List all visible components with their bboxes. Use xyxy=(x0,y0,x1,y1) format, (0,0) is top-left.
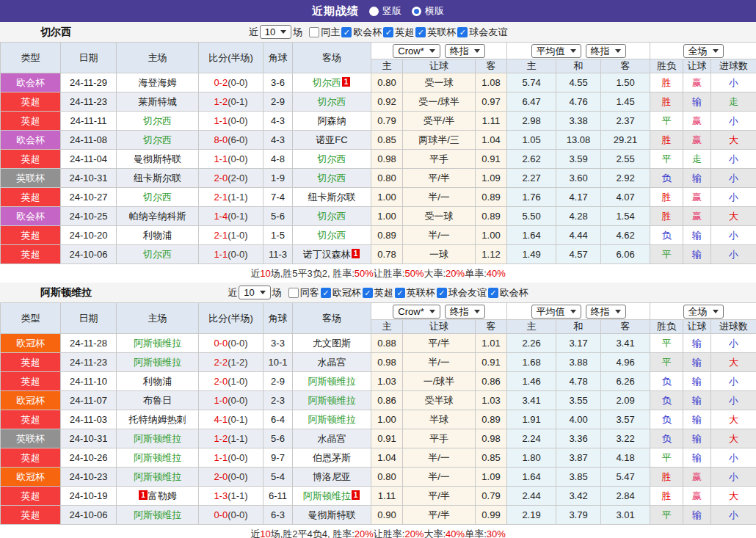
league-checkbox[interactable]: ✓ xyxy=(415,27,426,37)
league-type-badge: 英联杯 xyxy=(1,169,61,188)
topbar: 近期战绩 竖版 横版 xyxy=(0,0,756,22)
avg-home: 1.64 xyxy=(507,226,556,245)
final-odds-select[interactable]: 终指 xyxy=(445,44,485,58)
league-checkbox[interactable]: ✓ xyxy=(321,288,331,298)
league-checkbox[interactable]: ✓ xyxy=(363,288,373,298)
league-label: 英联杯 xyxy=(427,26,456,39)
average-select[interactable]: 平均值 xyxy=(531,305,581,319)
team-name-text: 切尔西 xyxy=(318,153,346,164)
away-team: 阿斯顿维拉 xyxy=(293,410,371,429)
half-score: (0-0) xyxy=(228,471,247,482)
match-date: 24-11-11 xyxy=(61,112,117,131)
final-odds-select-2[interactable]: 终指 xyxy=(586,305,626,319)
score: 0-0(0-0) xyxy=(199,334,263,353)
match-count-select[interactable]: 10 xyxy=(260,25,291,39)
odds-home: 0.89 xyxy=(371,226,403,245)
match-date: 24-11-29 xyxy=(61,73,117,92)
team-name-text: 切尔西 xyxy=(318,172,346,183)
summary-segment: 50% xyxy=(355,268,374,279)
score: 1-3(1-1) xyxy=(199,487,263,506)
goals-outcome: 小 xyxy=(711,150,756,169)
fulltime-select[interactable]: 全场 xyxy=(683,44,724,58)
odds-home: 0.78 xyxy=(371,245,403,264)
away-team: 曼彻斯特联 xyxy=(293,506,371,525)
same-venue-label: 同主 xyxy=(321,26,340,39)
summary-segment: 单率: xyxy=(465,528,487,538)
handicap-line: 半球 xyxy=(403,410,476,429)
odds-away: 1.01 xyxy=(476,334,507,353)
handicap-outcome: 输 xyxy=(683,391,711,410)
team-name-text: 富勒姆 xyxy=(148,490,177,501)
odds-home: 0.86 xyxy=(371,391,403,410)
handicap-line: 受一球 xyxy=(403,207,476,226)
results-table: 类型 日期 主场 比分(半场) 角球 客场 Crow*终指 平均值终指 全场 主… xyxy=(0,302,756,525)
team-name-text: 利物浦 xyxy=(143,376,172,387)
full-score: 1-1 xyxy=(214,452,228,463)
same-venue-label: 同客 xyxy=(300,286,319,299)
bookmaker-select[interactable]: Crow* xyxy=(393,305,440,319)
avg-draw: 4.55 xyxy=(556,73,601,92)
league-checkbox[interactable]: ✓ xyxy=(437,288,447,298)
summary-segment: 40% xyxy=(446,528,465,538)
avg-away: 4.62 xyxy=(601,226,650,245)
full-score: 2-1 xyxy=(214,230,228,241)
avg-home: 1.91 xyxy=(507,410,556,429)
avg-draw: 3.55 xyxy=(556,391,601,410)
score: 1-1(0-0) xyxy=(199,150,263,169)
away-team: 博洛尼亚 xyxy=(293,468,371,487)
average-select[interactable]: 平均值 xyxy=(531,44,581,58)
summary-segment: 10 xyxy=(260,528,270,538)
match-count-select[interactable]: 10 xyxy=(239,286,270,299)
layout-radio-horizontal[interactable]: 横版 xyxy=(412,4,444,18)
result-outcome: 负 xyxy=(650,410,683,429)
same-venue-checkbox[interactable] xyxy=(309,27,319,37)
league-checkbox[interactable]: ✓ xyxy=(488,288,498,298)
chevron-down-icon xyxy=(260,291,266,294)
full-score: 1-4 xyxy=(214,211,228,222)
league-type-badge: 英超 xyxy=(1,487,61,506)
team-name-text: 帕纳辛纳科斯 xyxy=(129,211,186,222)
avg-away: 2.92 xyxy=(601,169,650,188)
filter-bar: 近10场同客✓欧冠杯✓英超✓英联杯✓球会友谊✓欧会杯 xyxy=(228,286,528,299)
final-odds-select-2[interactable]: 终指 xyxy=(586,44,626,58)
odds-away: 1.00 xyxy=(476,226,507,245)
layout-radio-vertical[interactable]: 竖版 xyxy=(369,4,401,18)
away-team: 尤文图斯 xyxy=(293,334,371,353)
result-outcome: 负 xyxy=(650,169,683,188)
league-checkbox[interactable]: ✓ xyxy=(341,27,352,37)
bookmaker-select[interactable]: Crow* xyxy=(393,44,440,58)
handicap-line: 受一球 xyxy=(403,73,476,92)
result-outcome: 平 xyxy=(650,448,683,468)
league-type-badge: 英联杯 xyxy=(1,429,61,448)
avg-home: 2.62 xyxy=(507,150,556,169)
half-score: (0-1) xyxy=(228,96,247,107)
col-header-type: 类型 xyxy=(1,303,61,334)
handicap-line: 半/一 xyxy=(403,188,476,207)
league-checkbox[interactable]: ✓ xyxy=(395,288,405,298)
league-checkbox[interactable]: ✓ xyxy=(457,27,468,37)
team-name-text: 伯恩茅斯 xyxy=(313,452,351,463)
same-venue-checkbox[interactable] xyxy=(288,288,299,298)
chevron-down-icon xyxy=(570,49,576,53)
full-score: 1-1 xyxy=(214,115,228,126)
league-label: 英超 xyxy=(374,286,393,299)
result-outcome: 平 xyxy=(650,150,683,169)
matches-label: 场 xyxy=(293,26,302,39)
league-checkbox[interactable]: ✓ xyxy=(383,27,393,37)
table-row: 欧冠杯24-11-28阿斯顿维拉0-0(0-0)3-3尤文图斯0.88平/半1.… xyxy=(1,334,756,353)
col-header-corner: 角球 xyxy=(263,303,293,334)
final-odds-select[interactable]: 终指 xyxy=(445,305,485,319)
col-header-corner: 角球 xyxy=(263,43,293,73)
league-type-badge: 欧会杯 xyxy=(1,131,61,150)
chevron-down-icon xyxy=(570,310,576,313)
filter-bar: 近10场同主✓欧会杯✓英超✓英联杯✓球会友谊 xyxy=(249,25,507,39)
league-type-badge: 欧冠杯 xyxy=(1,468,61,487)
team-name-text: 阿斯顿维拉 xyxy=(303,490,351,501)
full-score: 1-3 xyxy=(214,490,228,501)
team-name-text: 曼彻斯特联 xyxy=(134,153,181,164)
fulltime-select[interactable]: 全场 xyxy=(683,305,724,319)
avg-away: 2.09 xyxy=(601,391,650,410)
half-score: (0-0) xyxy=(228,338,247,349)
corner-count: 11-3 xyxy=(263,245,293,264)
handicap-line: 受半球 xyxy=(403,391,476,410)
